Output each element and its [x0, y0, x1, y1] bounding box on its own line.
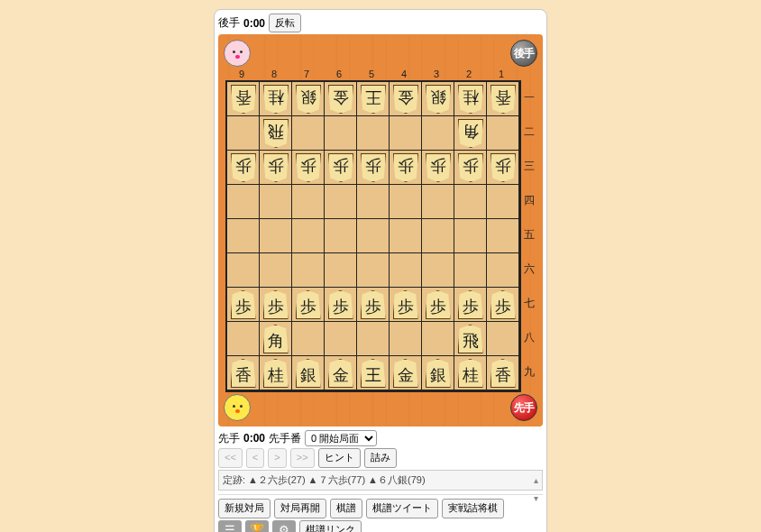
shogi-piece[interactable]: 歩: [263, 153, 289, 182]
shogi-piece[interactable]: 歩: [426, 290, 451, 319]
board-cell[interactable]: 歩: [487, 151, 519, 185]
shogi-piece[interactable]: 銀: [426, 85, 451, 114]
board-cell[interactable]: [357, 219, 390, 253]
board-cell[interactable]: 桂: [260, 82, 292, 116]
board-cell[interactable]: 香: [227, 356, 260, 390]
board-cell[interactable]: 王: [357, 356, 390, 390]
board-cell[interactable]: [325, 253, 357, 288]
shogi-piece[interactable]: 香: [231, 359, 256, 388]
shogi-piece[interactable]: 歩: [296, 153, 321, 182]
shogi-piece[interactable]: 王: [361, 85, 386, 114]
board-cell[interactable]: 桂: [260, 356, 292, 390]
board-cell[interactable]: [422, 253, 454, 288]
board-cell[interactable]: 飛: [454, 322, 487, 356]
resume-button[interactable]: 対局再開: [274, 499, 326, 518]
shogi-piece[interactable]: 歩: [263, 290, 289, 319]
board-cell[interactable]: [422, 116, 454, 151]
board-cell[interactable]: [487, 185, 519, 219]
shogi-piece[interactable]: 歩: [491, 153, 516, 182]
kifu-button[interactable]: 棋譜: [330, 499, 362, 518]
board-cell[interactable]: 歩: [390, 151, 422, 185]
shogi-piece[interactable]: 王: [361, 359, 386, 388]
board-cell[interactable]: 銀: [422, 356, 454, 390]
board-cell[interactable]: [292, 253, 325, 288]
board-cell[interactable]: 歩: [325, 288, 357, 322]
board-cell[interactable]: 歩: [260, 151, 292, 185]
chevron-down-icon[interactable]: ▾: [534, 492, 538, 505]
shogi-piece[interactable]: 金: [393, 85, 418, 114]
shogi-piece[interactable]: 桂: [263, 359, 289, 388]
shogi-piece[interactable]: 香: [491, 85, 516, 114]
board-cell[interactable]: 歩: [422, 288, 454, 322]
menu-icon[interactable]: ☰: [218, 520, 242, 532]
board-cell[interactable]: [390, 322, 422, 356]
shogi-piece[interactable]: 歩: [458, 153, 483, 182]
board-cell[interactable]: 銀: [292, 82, 325, 116]
shogi-piece[interactable]: 金: [328, 85, 353, 114]
board-cell[interactable]: 歩: [292, 151, 325, 185]
board-cell[interactable]: [260, 253, 292, 288]
shogi-piece[interactable]: 歩: [393, 153, 418, 182]
board-cell[interactable]: [357, 185, 390, 219]
board-cell[interactable]: 金: [390, 356, 422, 390]
board-cell[interactable]: 歩: [260, 288, 292, 322]
book-scroll[interactable]: ▴ ▾: [534, 474, 538, 505]
board-cell[interactable]: 桂: [454, 82, 487, 116]
gear-icon[interactable]: ⚙: [272, 520, 296, 532]
board-cell[interactable]: [260, 185, 292, 219]
board-cell[interactable]: [227, 219, 260, 253]
board-cell[interactable]: [227, 116, 260, 151]
kifu-link-button[interactable]: 棋譜リンク: [299, 520, 362, 532]
board-cell[interactable]: [292, 219, 325, 253]
board-cell[interactable]: [357, 253, 390, 288]
board-cell[interactable]: 歩: [390, 288, 422, 322]
shogi-piece[interactable]: 歩: [361, 290, 386, 319]
board-cell[interactable]: 歩: [454, 288, 487, 322]
board-cell[interactable]: [260, 219, 292, 253]
board-cell[interactable]: 歩: [227, 151, 260, 185]
board-cell[interactable]: [292, 322, 325, 356]
shogi-piece[interactable]: 金: [393, 359, 418, 388]
nav-last-button[interactable]: >>: [290, 448, 315, 467]
board-cell[interactable]: [454, 185, 487, 219]
board-cell[interactable]: [487, 219, 519, 253]
shogi-piece[interactable]: 銀: [426, 359, 451, 388]
board-cell[interactable]: 銀: [292, 356, 325, 390]
shogi-piece[interactable]: 歩: [458, 290, 483, 319]
tsume-button[interactable]: 実戦詰将棋: [442, 499, 504, 518]
board-cell[interactable]: 王: [357, 82, 390, 116]
board-cell[interactable]: [422, 185, 454, 219]
shogi-piece[interactable]: 飛: [458, 325, 483, 353]
board-cell[interactable]: [390, 116, 422, 151]
board-cell[interactable]: 歩: [357, 288, 390, 322]
shogi-piece[interactable]: 歩: [491, 290, 516, 319]
board-cell[interactable]: [390, 253, 422, 288]
board-cell[interactable]: [487, 253, 519, 288]
board-cell[interactable]: 香: [227, 82, 260, 116]
board-cell[interactable]: 香: [487, 356, 519, 390]
board-cell[interactable]: 金: [325, 82, 357, 116]
hint-button[interactable]: ヒント: [318, 448, 361, 467]
board-cell[interactable]: 桂: [454, 356, 487, 390]
board-cell[interactable]: 歩: [227, 288, 260, 322]
shogi-piece[interactable]: 歩: [328, 153, 353, 182]
shogi-piece[interactable]: 銀: [296, 359, 321, 388]
shogi-piece[interactable]: 銀: [296, 85, 321, 114]
board-cell[interactable]: [227, 253, 260, 288]
shogi-piece[interactable]: 歩: [361, 153, 386, 182]
shogi-piece[interactable]: 歩: [296, 290, 321, 319]
chevron-up-icon[interactable]: ▴: [534, 474, 538, 487]
board-cell[interactable]: [422, 219, 454, 253]
board-cell[interactable]: [357, 322, 390, 356]
shogi-piece[interactable]: 歩: [426, 153, 451, 182]
shogi-piece[interactable]: 桂: [458, 359, 483, 388]
shogi-piece[interactable]: 桂: [458, 85, 483, 114]
board-cell[interactable]: [390, 219, 422, 253]
board-cell[interactable]: [487, 322, 519, 356]
shogi-piece[interactable]: 歩: [231, 290, 256, 319]
board-cell[interactable]: [325, 185, 357, 219]
board-cell[interactable]: 香: [487, 82, 519, 116]
shogi-board[interactable]: 香桂銀金王金銀桂香飛角歩歩歩歩歩歩歩歩歩歩歩歩歩歩歩歩歩歩角飛香桂銀金王金銀桂香: [225, 80, 521, 392]
board-cell[interactable]: [227, 322, 260, 356]
board-cell[interactable]: [325, 219, 357, 253]
